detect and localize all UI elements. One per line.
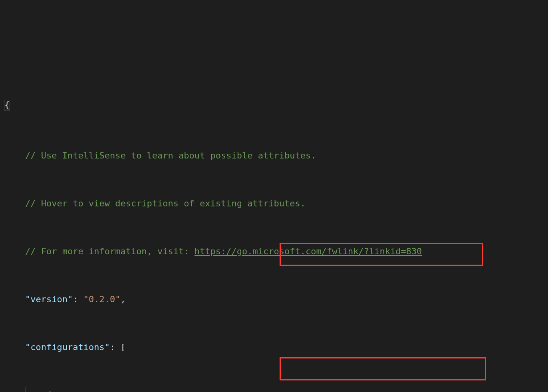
json-string: "0.2.0" [83, 291, 121, 307]
code-line: "configurations": [ [4, 339, 548, 355]
code-line: { [4, 387, 548, 392]
comment-text: // Hover to view descriptions of existin… [4, 196, 306, 212]
code-editor[interactable]: { // Use IntelliSense to learn about pos… [0, 64, 548, 392]
code-line: // Use IntelliSense to learn about possi… [4, 148, 548, 164]
comment-text: // Use IntelliSense to learn about possi… [4, 148, 316, 164]
comment-text: // For more information, visit: [4, 244, 195, 259]
code-line: { [4, 100, 548, 116]
code-line: // For more information, visit: https://… [4, 244, 548, 259]
annotation-highlight-box [280, 357, 486, 380]
comment-link[interactable]: https://go.microsoft.com/fwlink/?linkid=… [195, 244, 422, 259]
brace-open: { [4, 100, 10, 111]
code-line: // Hover to view descriptions of existin… [4, 196, 548, 212]
json-key: "version" [25, 291, 73, 307]
json-key: "configurations" [25, 339, 110, 355]
brace-open: { [46, 387, 52, 392]
code-line: "version": "0.2.0", [4, 291, 548, 307]
bracket-open: [ [120, 339, 125, 355]
